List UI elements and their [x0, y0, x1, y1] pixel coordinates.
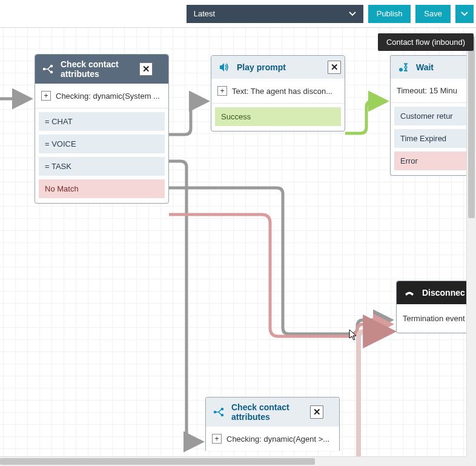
node-header[interactable]: Check contact attributes ✕: [206, 398, 339, 427]
node-header[interactable]: Wait: [391, 56, 476, 79]
scrollbar-corner: [466, 456, 476, 466]
close-icon[interactable]: ✕: [328, 61, 341, 74]
branch-time-expired[interactable]: Time Expired: [394, 129, 476, 148]
flow-type-badge: Contact flow (inbound): [378, 33, 474, 51]
detail-text: Checking: dynamic(Agent >...: [226, 434, 329, 444]
chevron-down-icon: [349, 10, 356, 18]
expand-icon[interactable]: +: [217, 86, 227, 96]
hangup-icon: [403, 286, 416, 299]
node-title: Check contact attributes: [61, 59, 133, 79]
node-header[interactable]: Play prompt ✕: [211, 56, 345, 79]
branch-success[interactable]: Success: [215, 107, 341, 126]
node-detail[interactable]: + Text: The agent has discon...: [211, 79, 345, 104]
node-header[interactable]: Disconnec: [397, 281, 476, 304]
detail-text: Text: The agent has discon...: [232, 87, 332, 96]
detail-text: Termination event: [403, 314, 465, 323]
branch-task[interactable]: = TASK: [39, 157, 165, 176]
branch-chat[interactable]: = CHAT: [39, 112, 165, 131]
scrollbar-thumb[interactable]: [0, 458, 315, 465]
branch-icon: [212, 405, 225, 419]
chevron-down-icon: [461, 10, 468, 18]
node-header[interactable]: Check contact attributes ✕: [35, 55, 168, 84]
speaker-icon: [217, 61, 231, 74]
publish-button[interactable]: Publish: [368, 5, 411, 23]
node-title: Play prompt: [237, 62, 322, 72]
node-detail[interactable]: + Checking: dynamic(Agent >...: [206, 427, 339, 451]
close-icon[interactable]: ✕: [139, 62, 153, 76]
svg-point-1: [51, 65, 53, 67]
save-more-button[interactable]: [455, 5, 474, 23]
flow-canvas[interactable]: Check contact attributes ✕ + Checking: d…: [0, 28, 476, 466]
horizontal-scrollbar[interactable]: [0, 456, 466, 466]
svg-point-3: [399, 68, 403, 72]
node-disconnect[interactable]: Disconnec Termination event: [396, 281, 476, 333]
version-dropdown[interactable]: Latest: [187, 5, 363, 23]
branch-voice[interactable]: = VOICE: [39, 135, 165, 153]
node-detail[interactable]: Timeout: 15 Minu: [391, 79, 476, 103]
scrollbar-thumb[interactable]: [468, 36, 475, 218]
node-title: Check contact attributes: [231, 402, 304, 422]
branch-customer-return[interactable]: Customer retur: [394, 107, 476, 125]
close-icon[interactable]: ✕: [310, 405, 323, 419]
version-dropdown-label: Latest: [194, 9, 215, 18]
node-check-contact-attributes-2[interactable]: Check contact attributes ✕ + Checking: d…: [205, 397, 340, 451]
save-button[interactable]: Save: [415, 5, 451, 23]
node-detail[interactable]: + Checking: dynamic(System ...: [35, 84, 168, 108]
svg-point-2: [51, 72, 53, 73]
detail-text: Checking: dynamic(System ...: [56, 92, 160, 101]
node-check-contact-attributes[interactable]: Check contact attributes ✕ + Checking: d…: [35, 54, 169, 204]
node-wait[interactable]: Wait Timeout: 15 Minu Customer retur Tim…: [390, 55, 476, 176]
detail-text: Timeout: 15 Minu: [397, 86, 457, 95]
vertical-scrollbar[interactable]: [466, 36, 476, 466]
svg-point-6: [222, 414, 223, 416]
branch-no-match[interactable]: No Match: [39, 179, 165, 198]
cursor-icon: [349, 329, 359, 343]
expand-icon[interactable]: +: [212, 434, 222, 444]
toolbar: Latest Publish Save: [0, 0, 476, 28]
branch-icon: [41, 62, 55, 76]
hourglass-icon: [397, 61, 410, 74]
node-detail[interactable]: Termination event: [397, 304, 476, 333]
node-play-prompt[interactable]: Play prompt ✕ + Text: The agent has disc…: [211, 55, 345, 131]
branch-error[interactable]: Error: [394, 151, 476, 170]
expand-icon[interactable]: +: [41, 91, 51, 101]
svg-point-5: [222, 408, 223, 410]
